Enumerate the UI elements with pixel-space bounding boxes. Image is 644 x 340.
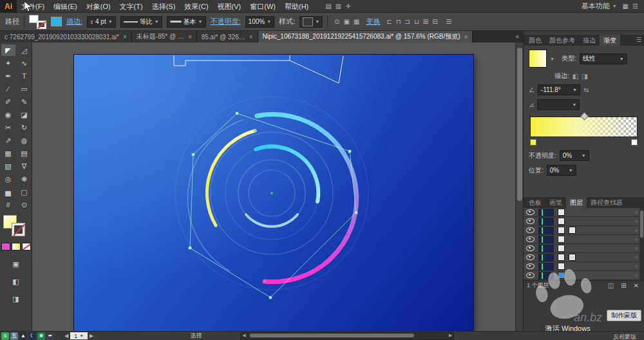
control-doc-icon-2[interactable]: ▦ [352,15,361,28]
panel-menu-icon[interactable]: ☰ [636,35,644,46]
align-icon-4[interactable]: ⊞ [421,15,430,28]
layer-row[interactable]: ○ [524,244,644,253]
layer-row[interactable]: ○ [524,208,644,217]
menu-item-5[interactable]: 效果(C) [180,0,213,13]
caret-down-icon[interactable]: ▼ [108,19,113,24]
document-tab-2[interactable]: 85.ai* @ 326…× [197,31,258,42]
taskbar-icon-2[interactable]: ▲ [19,332,27,340]
taskbar-icon-3[interactable]: ☾ [28,332,36,340]
layer-target-icon[interactable]: ○ [634,263,638,269]
width-profile-dropdown[interactable]: 等比 ▼ [120,16,162,28]
mesh-tool[interactable]: ▤ [17,147,32,159]
panel-tab2-1[interactable]: 画笔 [545,197,566,208]
scale-tool[interactable]: ⇗ [1,135,15,146]
menu-item-8[interactable]: 帮助(H) [280,0,313,13]
visibility-eye-icon[interactable] [526,236,535,242]
artboard-number-field[interactable]: 1 ▼ [70,332,88,339]
perspective-grid-tool[interactable]: ▦ [1,147,15,159]
layer-target-icon[interactable]: ○ [634,272,638,278]
stroke-link[interactable]: 描边: [66,17,82,26]
zoom-tool[interactable]: ⊙ [17,199,32,211]
layers-scrollbar-thumb[interactable] [640,211,643,238]
gradient-angle-field[interactable]: -111.8° ▼ [538,84,580,95]
horizontal-scrollbar[interactable]: ◀ ▶ [240,332,454,340]
horizontal-scrollbar-thumb[interactable] [250,334,414,337]
control-doc-icon-0[interactable]: ⊙ [332,15,341,28]
slice-tool[interactable]: # [1,199,15,211]
menu-right-icon-1[interactable]: ☰ [630,0,640,13]
magic-wand-tool[interactable]: ✦ [1,57,15,69]
panel-tab-0[interactable]: 颜色 [525,35,545,46]
layer-target-icon[interactable]: ○ [634,254,638,260]
caret-down-icon[interactable]: ▼ [198,19,203,24]
next-artboard-icon[interactable]: ▶ [90,333,93,339]
toolbar-mode-icon-2[interactable]: ◨ [9,293,23,305]
menu-item-1[interactable]: 编辑(E) [49,0,82,13]
pencil-tool[interactable]: ✎ [17,96,32,108]
toolbar-mode-icon-1[interactable]: ◧ [9,276,23,287]
blend-tool[interactable]: ◎ [1,173,15,185]
menu-item-6[interactable]: 视图(V) [213,0,246,13]
fill-stroke-indicator[interactable] [29,15,46,29]
opacity-link[interactable]: 不透明度: [211,17,241,26]
caret-down-icon[interactable]: ▼ [550,57,554,61]
taskbar-icon-0[interactable]: S [1,332,9,340]
vertical-scrollbar[interactable] [515,42,523,331]
menu-bar-icon-2[interactable]: ✛ [343,0,352,13]
scroll-left-icon[interactable]: ◀ [242,333,245,338]
scissors-tool[interactable]: ✂ [1,122,15,133]
shape-builder-tool[interactable]: ◍ [17,135,32,146]
layer-target-icon[interactable]: ○ [634,218,638,224]
align-icon-1[interactable]: ⊓ [394,15,403,28]
panel-tab2-3[interactable]: 路径查找器 [587,197,627,208]
lasso-tool[interactable]: ∿ [17,57,32,69]
taskbar-icon-1[interactable]: 五 [10,332,18,340]
stroke-gradient-along-icon[interactable]: ◧ [573,73,578,80]
color-button[interactable] [1,243,10,250]
rotate-tool[interactable]: ↻ [17,122,32,133]
type-tool[interactable]: T [17,70,32,82]
paintbrush-tool[interactable]: ✐ [1,96,15,108]
scroll-right-icon[interactable]: ▶ [449,333,452,338]
document-tab-1[interactable]: 未标题-85* @ …× [132,31,197,42]
caret-down-icon[interactable]: ▼ [267,19,271,24]
stroke-well[interactable] [12,223,25,236]
close-tab-icon[interactable]: × [249,33,253,41]
menu-item-3[interactable]: 文字(T) [115,0,147,13]
gradient-thumbnail[interactable] [529,50,547,68]
panel-tab2-2[interactable]: 图层 [566,197,587,208]
menu-bar-icon-1[interactable]: ▥ [334,0,343,13]
none-button[interactable] [22,243,31,250]
align-icon-3[interactable]: ⊔ [412,15,421,28]
gradient-stop-right[interactable] [631,139,638,146]
artboard-tool[interactable]: ▢ [17,186,32,198]
blob-brush-tool[interactable]: ◉ [1,109,15,120]
align-icon-2[interactable]: ⊐ [403,15,412,28]
caret-down-icon[interactable]: ▼ [315,19,319,24]
gradient-position-field[interactable]: 0% ▼ [547,165,576,176]
fill-stroke-wells[interactable] [0,214,32,239]
layer-row[interactable]: ○ [524,253,644,262]
gradient-slider[interactable] [530,117,638,137]
menu-item-4[interactable]: 选择(S) [147,0,180,13]
layer-target-icon[interactable]: ○ [634,245,638,251]
panel-tab2-0[interactable]: 色板 [525,197,545,208]
direct-selection-tool[interactable]: ◿ [17,44,32,56]
stroke-swatch[interactable] [37,21,46,29]
align-icon-5[interactable]: ⊟ [430,15,439,28]
menu-item-0[interactable]: 文件(F) [17,0,49,13]
document-tab-0[interactable]: c 7262799_20190920103330028031.ai*× [0,31,132,42]
layer-row[interactable]: ○ [524,235,644,244]
outer-gradient-ring[interactable] [257,115,357,282]
rectangle-tool[interactable]: ▭ [17,83,32,95]
toolbar-mode-icon-0[interactable]: ▣ [9,258,23,270]
white-outline-path[interactable] [174,55,343,83]
panel-menu-icon[interactable]: ☰ [444,15,454,28]
color-type-trio[interactable] [0,243,32,250]
reverse-gradient-icon[interactable]: ⇆ [583,86,589,93]
cyan-arc[interactable] [256,146,318,202]
panel-tab-2[interactable]: 描边 [579,35,600,46]
visibility-eye-icon[interactable] [526,209,535,215]
line-segment-tool[interactable]: ∕ [1,83,15,95]
close-tab-icon[interactable]: × [464,33,468,41]
